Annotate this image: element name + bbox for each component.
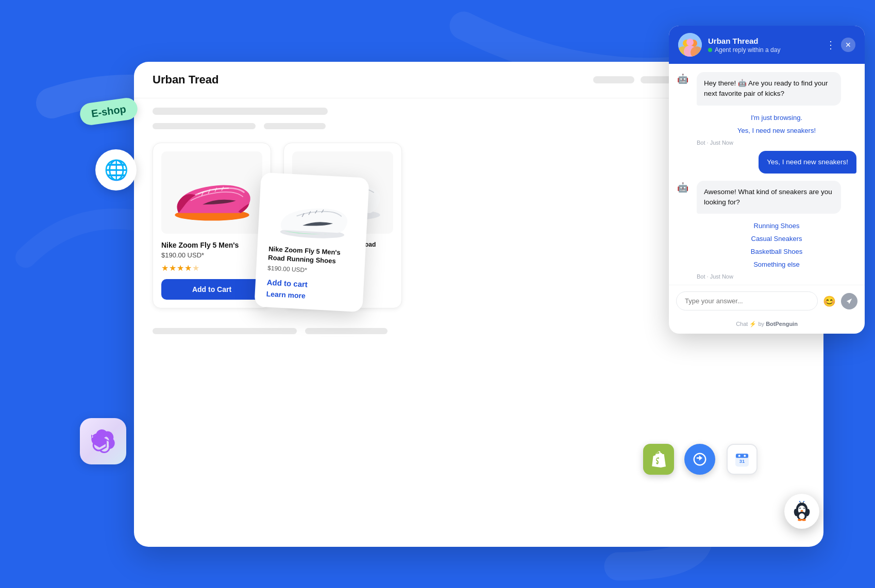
bottom-bar-2 [305,328,388,334]
globe-icon: 🌐 [95,149,137,191]
bot-avatar-1: 🤖 [677,73,692,88]
chat-menu-button[interactable]: ⋮ [826,39,836,51]
chat-header: Urban Thread Agent reply within a day ⋮ … [669,26,865,64]
option-running[interactable]: Running Shoes [697,221,856,231]
chat-header-actions: ⋮ ✕ [826,38,855,52]
user-message-row: Yes, I need new sneakers! [677,151,856,174]
calendar-integration-icon[interactable]: 31 [727,444,758,475]
shopify-integration-icon[interactable] [643,444,674,475]
bot-bubble-1: Hey there! 🤖 Are you ready to find your … [697,72,841,106]
bot-avatar-2: 🤖 [677,182,692,196]
product-name-1: Nike Zoom Fly 5 Men's [161,241,262,249]
svg-point-24 [738,455,741,457]
option-casual[interactable]: Casual Sneakers [697,234,856,244]
bot-bubble-2: Awesome! What kind of sneakers are you l… [697,181,841,214]
emoji-button[interactable]: 😊 [823,295,836,307]
chat-input-field[interactable] [676,291,818,310]
svg-point-42 [798,519,802,521]
chat-footer: Chat ⚡ by BotPenguin [669,317,865,334]
floating-product-image [269,183,358,245]
product-card-1: Nike Zoom Fly 5 Men's $190.00 USD* ★★★★★… [153,143,271,308]
svg-point-33 [801,510,803,512]
svg-rect-23 [736,454,748,458]
svg-point-18 [686,39,694,46]
svg-point-41 [799,513,804,519]
shoe-pink-svg [164,159,260,226]
option-need-sneakers[interactable]: Yes, I need new sneakers! [697,126,856,135]
product-price-1: $190.00 USD* [161,251,262,259]
search-bar-placeholder [153,108,328,115]
floating-product-name: Nike Zoom Fly 5 Men's Road Running Shoes [268,245,355,267]
chat-options-2: Running Shoes Casual Sneakers Basketball… [697,221,856,269]
chat-header-info: Urban Thread Agent reply within a day [708,37,819,54]
nav-pill-1 [593,76,634,83]
chat-widget: Urban Thread Agent reply within a day ⋮ … [669,26,865,334]
chat-timestamp-2: Bot · Just Now [697,273,856,280]
chat-body: 🤖 Hey there! 🤖 Are you ready to find you… [669,64,865,285]
floating-product-popup: Nike Zoom Fly 5 Men's Road Running Shoes… [254,172,369,312]
floating-learn-more-link[interactable]: Learn more [266,289,352,302]
status-indicator [708,48,712,52]
openai-icon [80,418,126,464]
chat-footer-brand: BotPenguin [766,321,798,327]
filter-bar-1 [153,123,256,129]
option-other[interactable]: Something else [697,260,856,269]
chat-close-button[interactable]: ✕ [841,38,855,52]
floating-add-to-cart-link[interactable]: Add to cart [266,278,352,291]
svg-point-31 [799,508,800,509]
chat-options-1: I'm just browsing. Yes, I need new sneak… [697,113,856,135]
send-button[interactable] [841,293,857,309]
product-image-1 [161,151,262,234]
user-bubble-1: Yes, I need new sneakers! [759,151,856,174]
chat-message-2: 🤖 Awesome! What kind of sneakers are you… [677,181,856,214]
brand-name: Urban Tread [153,73,218,87]
svg-point-25 [744,455,746,457]
option-browsing[interactable]: I'm just browsing. [697,113,856,123]
chat-timestamp-1: Bot · Just Now [697,140,856,146]
chat-brand-name: Urban Thread [708,37,819,45]
eshop-badge: E-shop [79,96,139,126]
chatrace-integration-icon[interactable] [684,444,715,475]
add-to-cart-button-1[interactable]: Add to Cart [161,279,262,300]
chat-message-1: 🤖 Hey there! 🤖 Are you ready to find you… [677,72,856,106]
bottom-bar-1 [153,328,297,334]
filter-bar-2 [264,123,326,129]
chat-header-avatar [678,33,702,57]
option-basketball[interactable]: Basketball Shoes [697,247,856,256]
chat-input-area: 😊 [669,285,865,317]
svg-point-43 [802,519,806,521]
product-stars-1: ★★★★★ [161,263,262,273]
svg-point-32 [803,508,804,509]
chat-status: Agent reply within a day [708,46,819,54]
svg-text:31: 31 [739,459,745,464]
botpenguin-fab-button[interactable] [784,494,819,529]
